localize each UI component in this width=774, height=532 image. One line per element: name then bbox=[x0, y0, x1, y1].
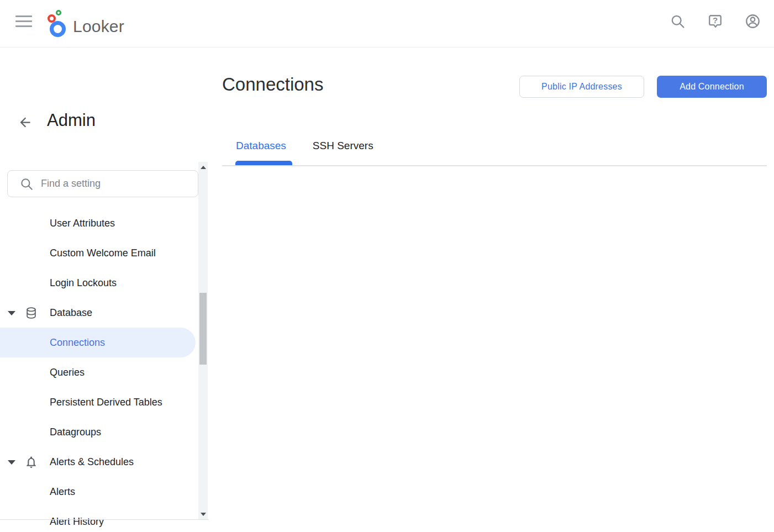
admin-sidebar: Admin User Attributes Custom Welcome Ema… bbox=[0, 48, 209, 520]
back-arrow-icon[interactable] bbox=[18, 115, 33, 130]
sidebar-item-label: Custom Welcome Email bbox=[50, 247, 156, 259]
sidebar-item-persistent-derived-tables[interactable]: Persistent Derived Tables bbox=[0, 387, 209, 417]
sidebar-item-label: Persistent Derived Tables bbox=[50, 397, 162, 408]
svg-text:?: ? bbox=[713, 15, 718, 25]
help-icon[interactable]: ? bbox=[707, 13, 723, 29]
admin-nav-list: User Attributes Custom Welcome Email Log… bbox=[0, 208, 209, 532]
looker-logo[interactable]: Looker bbox=[48, 9, 124, 37]
tabs-divider bbox=[222, 165, 767, 166]
hamburger-menu-icon[interactable] bbox=[15, 15, 32, 29]
bell-icon bbox=[24, 455, 38, 469]
search-icon bbox=[19, 177, 34, 191]
sidebar-item-label: Alerts bbox=[50, 486, 75, 498]
connections-tabs: Databases SSH Servers bbox=[222, 138, 373, 161]
page-title: Connections bbox=[222, 74, 323, 95]
sidebar-item-label: Datagroups bbox=[50, 426, 101, 438]
scroll-down-arrow-icon[interactable] bbox=[201, 513, 206, 516]
sidebar-item-login-lockouts[interactable]: Login Lockouts bbox=[0, 268, 209, 298]
looker-logo-icon bbox=[48, 9, 69, 37]
scroll-up-arrow-icon[interactable] bbox=[201, 166, 206, 169]
public-ip-addresses-button[interactable]: Public IP Addresses bbox=[519, 76, 644, 98]
sidebar-item-custom-welcome-email[interactable]: Custom Welcome Email bbox=[0, 238, 209, 268]
sidebar-item-user-attributes[interactable]: User Attributes bbox=[0, 208, 209, 238]
database-icon bbox=[24, 306, 38, 320]
logo-text: Looker bbox=[73, 18, 124, 37]
sidebar-bottom-divider bbox=[0, 519, 209, 520]
top-app-bar: Looker ? bbox=[0, 0, 774, 48]
sidebar-item-label: Connections bbox=[50, 337, 105, 349]
sidebar-section-database[interactable]: Database bbox=[0, 298, 209, 328]
sidebar-title: Admin bbox=[47, 110, 96, 130]
caret-down-icon[interactable] bbox=[8, 460, 15, 465]
sidebar-item-queries[interactable]: Queries bbox=[0, 357, 209, 387]
find-setting-input[interactable] bbox=[41, 178, 190, 189]
sidebar-item-alerts[interactable]: Alerts bbox=[0, 477, 209, 507]
scrollbar-thumb[interactable] bbox=[199, 293, 207, 365]
sidebar-section-alerts-schedules[interactable]: Alerts & Schedules bbox=[0, 447, 209, 477]
sidebar-item-label: Alert History bbox=[50, 516, 104, 528]
find-setting-searchbox[interactable] bbox=[7, 170, 198, 197]
sidebar-item-label: Queries bbox=[50, 367, 85, 378]
sidebar-section-label: Database bbox=[50, 307, 92, 319]
sidebar-item-label: User Attributes bbox=[50, 218, 115, 229]
tab-ssh-servers[interactable]: SSH Servers bbox=[313, 138, 373, 161]
sidebar-section-label: Alerts & Schedules bbox=[50, 456, 134, 468]
account-icon[interactable] bbox=[745, 13, 761, 29]
sidebar-scrollbar[interactable] bbox=[198, 162, 208, 520]
sidebar-item-datagroups[interactable]: Datagroups bbox=[0, 417, 209, 447]
search-icon[interactable] bbox=[670, 13, 686, 29]
add-connection-button[interactable]: Add Connection bbox=[657, 76, 767, 98]
sidebar-item-label: Login Lockouts bbox=[50, 277, 117, 289]
caret-down-icon[interactable] bbox=[8, 311, 15, 315]
tab-databases[interactable]: Databases bbox=[236, 138, 286, 161]
sidebar-item-connections[interactable]: Connections bbox=[0, 328, 196, 357]
